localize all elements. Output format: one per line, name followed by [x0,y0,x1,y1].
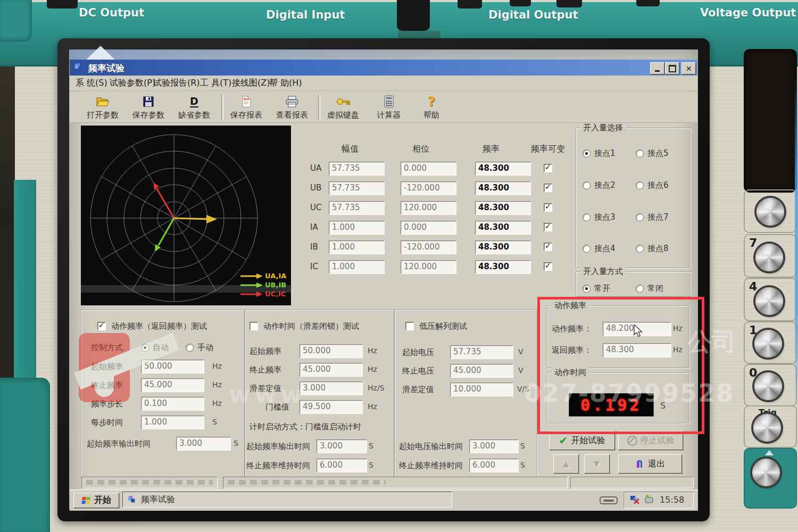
check-icon: ✔ [559,434,568,447]
undervoltage-test-panel: 低压解列测试 起始电压 57.735 V 终止电压 45.000 V 滑差定值 … [394,310,537,479]
clock[interactable]: 15:58 [660,495,684,505]
exit-button[interactable]: 退出 [618,454,682,473]
keypad-label-4: 4 [749,280,757,293]
step-down-button[interactable]: ▼ [584,454,610,473]
frequency-input[interactable]: 48.300 [475,181,531,195]
menu-system[interactable]: 系 统(S) [76,78,107,89]
phase-input[interactable]: 0.000 [401,221,456,235]
check-icon: ✓ [545,261,551,270]
radio-contact-6[interactable] [636,181,644,189]
freq-variable-checkbox[interactable]: ✓ [544,203,552,212]
phase-input[interactable]: -120.000 [401,181,456,195]
start-freq-output-time-input[interactable]: 3.000 [176,437,231,451]
radio-normally-closed[interactable] [636,285,644,293]
radio-contact-2[interactable] [583,181,591,189]
network-offline-icon[interactable] [630,495,641,504]
cable-connector [397,0,430,31]
radio-contact-7[interactable] [636,213,644,221]
row-label: UB [310,183,321,193]
radio-contact-1[interactable] [583,149,591,157]
frequency-input[interactable]: 48.300 [475,221,531,235]
phase-input[interactable]: 120.000 [401,201,456,215]
key-icon [321,95,365,109]
keypad-label-0: 0 [749,366,757,379]
phase-input[interactable]: -120.000 [401,240,456,254]
teal-corner-bottom-left [0,378,50,532]
radio-contact-5[interactable] [636,149,644,157]
freq-variable-checkbox[interactable]: ✓ [544,184,552,192]
taskbar-app-button[interactable]: 频率试验 [122,492,452,508]
step-time-input[interactable]: 1.000 [141,415,204,429]
radio-contact-8[interactable] [636,245,644,253]
freq-variable-checkbox[interactable]: ✓ [544,164,552,172]
toolbar-default-params[interactable]: D 缺省参数 [172,94,216,121]
amplitude-input[interactable]: 1.000 [329,260,385,274]
start-freq-input[interactable]: 50.000 [300,344,363,358]
radio-contact-3[interactable] [583,213,591,221]
freq-variable-checkbox[interactable]: ✓ [544,223,552,231]
menu-wiring-diagram[interactable]: 接线图(Z) [232,78,270,89]
radio-normally-open[interactable] [583,285,591,293]
amplitude-input[interactable]: 57.735 [329,162,385,176]
status-segment-1 [81,477,218,488]
maximize-button[interactable] [665,62,679,74]
toolbar-save-report[interactable]: DLL 保存报表 [225,94,268,121]
end-voltage-input[interactable]: 45.000 [450,364,513,378]
row-label: UA [310,163,321,173]
menu-test-params[interactable]: 试验参数(P) [110,78,155,89]
default-d-icon: D [172,95,216,109]
test-title: 动作时间（滑差闭锁）测试 [263,321,359,331]
amplitude-input[interactable]: 57.735 [329,181,385,195]
amplitude-input[interactable]: 57.735 [329,201,385,215]
close-button[interactable]: ✕ [681,62,696,74]
window-title: 频率试验 [88,62,124,74]
menu-tools[interactable]: 工 具(T) [200,78,231,89]
frequency-input[interactable]: 48.300 [475,240,531,254]
start-menu-button[interactable]: 开始 [73,493,119,508]
menu-help[interactable]: 帮 助(H) [269,78,302,89]
keypad-cell-4: 4 [744,278,797,321]
device-lcd-window [744,49,797,193]
amplitude-input[interactable]: 1.000 [329,221,385,235]
radio-manual[interactable] [186,344,194,352]
row-label: UC [310,203,321,212]
start-voltage-input[interactable]: 57.735 [450,345,513,359]
printer-tray-icon[interactable] [599,495,618,505]
threshold-input[interactable]: 49.500 [300,400,363,414]
step-up-button[interactable]: ▲ [553,454,579,473]
undervoltage-test-checkbox[interactable] [405,322,414,330]
menu-test-report[interactable]: 试验报告(R) [153,78,200,89]
toolbar-open-params[interactable]: 打开参数 [81,94,124,121]
frequency-input[interactable]: 48.300 [475,201,531,215]
amplitude-input[interactable]: 1.000 [329,240,385,254]
keypad-knob [757,198,784,226]
phasor-plot [81,126,291,305]
end-freq-hold-time-input[interactable]: 6.000 [469,459,519,472]
end-freq-input[interactable]: 45.000 [300,363,363,377]
connector-stub [47,0,78,9]
phase-input[interactable]: 120.000 [401,260,456,274]
screen-glare-band [70,49,697,60]
frequency-input[interactable]: 48.300 [475,162,531,176]
start-freq-output-time-input[interactable]: 3.000 [317,439,367,453]
slip-setting-input[interactable]: 10.000 [450,383,513,396]
toolbar-save-params[interactable]: 保存参数 [127,94,170,121]
teal-side-rail [14,180,36,382]
end-freq-hold-time-input[interactable]: 6.000 [317,459,367,472]
toolbar-help[interactable]: ? 帮助 [410,94,453,121]
start-voltage-output-time-input[interactable]: 3.000 [469,439,519,453]
phase-input[interactable]: 0.000 [401,162,456,176]
toolbar-virtual-keyboard[interactable]: 虚拟键盘 [321,94,365,121]
toolbar-view-report[interactable]: 查看报表 [270,94,314,121]
toolbar-calculator[interactable]: 计算器 [367,94,411,121]
device-tray-icon[interactable] [644,494,654,504]
slip-setting-input[interactable]: 3.000 [300,381,363,395]
up-arrow-icon: ▲ [563,459,569,469]
minimize-button[interactable] [650,62,664,74]
freq-variable-checkbox[interactable]: ✓ [544,262,552,271]
action-time-test-checkbox[interactable] [250,322,258,330]
radio-contact-4[interactable] [583,245,591,253]
freq-variable-checkbox[interactable]: ✓ [544,243,552,251]
frequency-input[interactable]: 48.300 [475,260,531,274]
keypad-cell-trig: Trig [744,405,797,448]
